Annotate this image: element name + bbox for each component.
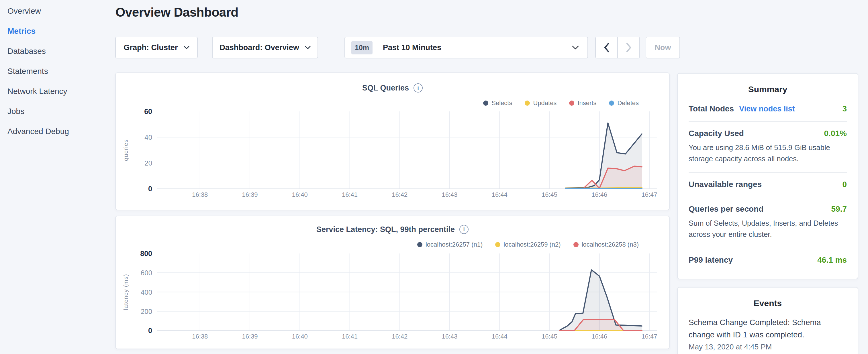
summary-row-main: Capacity Used0.01% xyxy=(689,129,847,138)
svg-text:16:47: 16:47 xyxy=(641,333,657,340)
summary-row-value: 59.7 xyxy=(831,204,847,214)
svg-text:0: 0 xyxy=(148,185,152,193)
svg-text:queries: queries xyxy=(122,139,129,161)
service-latency-plot: 020040060080016:3816:3916:4016:4116:4216… xyxy=(116,216,670,350)
summary-row-description: You are using 28.6 MiB of 515.9 GiB usab… xyxy=(689,142,847,164)
summary-row-label: P99 latency xyxy=(689,255,733,265)
sidebar-item-overview[interactable]: Overview xyxy=(0,1,115,21)
time-nav-group xyxy=(595,37,640,58)
summary-row-label: Total Nodes xyxy=(689,104,734,114)
sidebar-item-metrics[interactable]: Metrics xyxy=(0,21,115,41)
svg-text:16:38: 16:38 xyxy=(192,333,208,340)
chevron-down-icon xyxy=(184,46,189,49)
summary-row-main: P99 latency46.1 ms xyxy=(689,255,847,265)
summary-row-description: Sum of Selects, Updates, Inserts, and De… xyxy=(689,218,847,240)
summary-title: Summary xyxy=(678,74,858,94)
summary-row-queries-per-second: Queries per second59.7Sum of Selects, Up… xyxy=(689,197,847,248)
chevron-down-icon xyxy=(305,46,311,49)
svg-text:16:46: 16:46 xyxy=(591,333,607,340)
summary-row-p99-latency: P99 latency46.1 ms xyxy=(689,248,847,272)
svg-text:latency (ms): latency (ms) xyxy=(122,274,129,310)
svg-text:200: 200 xyxy=(141,308,152,315)
event-timestamp: May 13, 2020 at 4:45 PM xyxy=(689,343,847,351)
dashboard-dropdown[interactable]: Dashboard: Overview xyxy=(212,37,318,58)
time-window-badge: 10m xyxy=(351,41,373,55)
svg-text:20: 20 xyxy=(145,159,152,167)
svg-text:16:45: 16:45 xyxy=(541,191,557,198)
event-text: Schema Change Completed: Schema change w… xyxy=(689,316,847,341)
svg-text:16:47: 16:47 xyxy=(641,191,657,198)
summary-row-label: Unavailable ranges xyxy=(689,180,762,189)
sql-queries-chart-card: SQL Queries i SelectsUpdatesInsertsDelet… xyxy=(115,72,670,210)
svg-text:16:42: 16:42 xyxy=(392,333,407,340)
summary-row-total-nodes: Total NodesView nodes list3 xyxy=(689,97,847,122)
toolbar-divider xyxy=(335,37,335,58)
summary-row-label: Capacity Used xyxy=(689,129,744,138)
time-backward-button[interactable] xyxy=(596,37,617,58)
summary-panel: Summary Total NodesView nodes list3Capac… xyxy=(677,73,858,279)
view-nodes-list-link[interactable]: View nodes list xyxy=(739,104,795,114)
chevron-right-icon xyxy=(626,43,631,53)
graph-dropdown[interactable]: Graph: Cluster xyxy=(115,37,198,58)
svg-text:16:42: 16:42 xyxy=(392,191,407,198)
now-button[interactable]: Now xyxy=(646,37,680,58)
svg-text:0: 0 xyxy=(148,326,152,334)
svg-text:16:43: 16:43 xyxy=(442,191,458,198)
svg-text:400: 400 xyxy=(141,288,152,296)
svg-text:600: 600 xyxy=(141,269,152,277)
event-item: Schema Change Completed: Schema change w… xyxy=(689,316,847,351)
svg-text:16:38: 16:38 xyxy=(192,191,208,198)
sidebar-item-network-latency[interactable]: Network Latency xyxy=(0,81,115,101)
summary-row-value: 0.01% xyxy=(824,129,847,138)
svg-text:16:40: 16:40 xyxy=(292,333,308,340)
sidebar-item-databases[interactable]: Databases xyxy=(0,41,115,61)
events-title: Events xyxy=(678,288,858,308)
summary-row-value: 46.1 ms xyxy=(817,255,847,265)
events-list: Schema Change Completed: Schema change w… xyxy=(678,308,858,351)
events-panel: Events Schema Change Completed: Schema c… xyxy=(677,287,858,354)
sql-queries-plot: 020406016:3816:3916:4016:4116:4216:4316:… xyxy=(116,73,670,211)
summary-rows: Total NodesView nodes list3Capacity Used… xyxy=(678,94,858,272)
dashboard-dropdown-label: Dashboard: Overview xyxy=(219,43,299,52)
svg-text:16:41: 16:41 xyxy=(342,333,358,340)
svg-text:16:45: 16:45 xyxy=(541,333,557,340)
svg-text:16:43: 16:43 xyxy=(442,333,458,340)
app-root: OverviewMetricsDatabasesStatementsNetwor… xyxy=(0,0,868,354)
svg-text:16:46: 16:46 xyxy=(591,191,607,198)
graph-dropdown-label: Graph: Cluster xyxy=(124,43,178,52)
time-window-picker[interactable]: 10m Past 10 Minutes xyxy=(344,37,588,58)
summary-row-value: 3 xyxy=(842,104,847,114)
time-forward-button[interactable] xyxy=(617,37,639,58)
service-latency-chart-card: Service Latency: SQL, 99th percentile i … xyxy=(115,216,670,349)
svg-text:60: 60 xyxy=(144,107,152,116)
summary-row-capacity-used: Capacity Used0.01%You are using 28.6 MiB… xyxy=(689,122,847,173)
svg-text:16:41: 16:41 xyxy=(342,191,358,198)
sidebar-item-jobs[interactable]: Jobs xyxy=(0,101,115,122)
chevron-down-icon xyxy=(572,45,579,50)
sidebar: OverviewMetricsDatabasesStatementsNetwor… xyxy=(0,0,115,354)
sidebar-item-advanced-debug[interactable]: Advanced Debug xyxy=(0,122,115,141)
summary-row-unavailable-ranges: Unavailable ranges0 xyxy=(689,173,847,197)
time-window-label: Past 10 Minutes xyxy=(383,43,441,52)
summary-row-main: Queries per second59.7 xyxy=(689,204,847,214)
svg-text:16:39: 16:39 xyxy=(242,191,258,198)
summary-row-main: Unavailable ranges0 xyxy=(689,180,847,189)
page-title: Overview Dashboard xyxy=(116,5,239,20)
svg-text:16:39: 16:39 xyxy=(242,333,258,340)
svg-text:16:44: 16:44 xyxy=(492,333,507,340)
summary-row-value: 0 xyxy=(842,180,847,189)
svg-text:16:40: 16:40 xyxy=(292,191,308,198)
svg-text:800: 800 xyxy=(140,250,152,257)
summary-row-label: Queries per second xyxy=(689,204,764,214)
summary-row-main: Total NodesView nodes list3 xyxy=(689,104,847,114)
svg-text:16:44: 16:44 xyxy=(492,191,507,198)
svg-text:40: 40 xyxy=(145,133,152,141)
chevron-left-icon xyxy=(604,43,609,53)
sidebar-item-statements[interactable]: Statements xyxy=(0,61,115,81)
